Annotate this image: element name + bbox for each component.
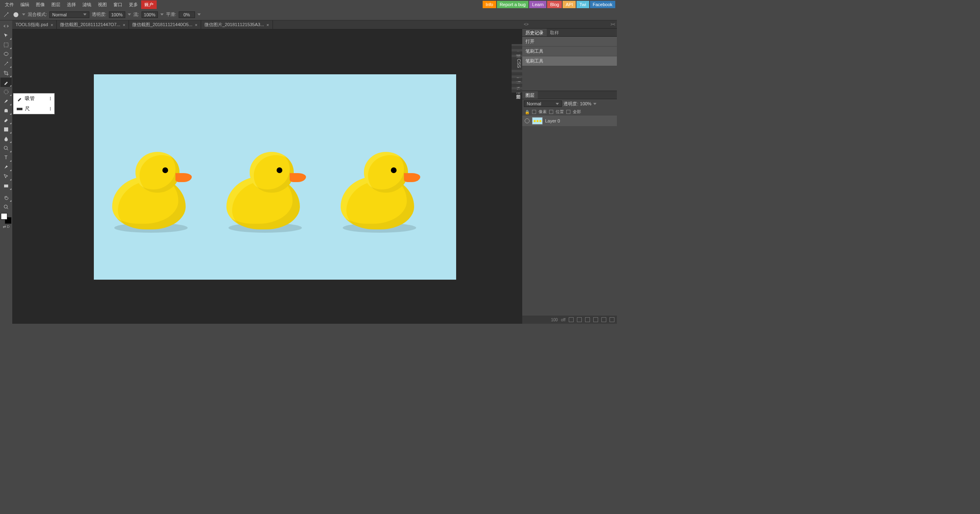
- opacity-value[interactable]: 100%: [109, 11, 125, 18]
- link-blog[interactable]: Blog: [547, 1, 562, 8]
- marquee-tool[interactable]: [0, 40, 12, 49]
- link-facebook[interactable]: Facebook: [590, 1, 615, 8]
- history-item[interactable]: 笔刷工具: [522, 56, 617, 66]
- blend-label: 混合模式:: [28, 11, 47, 18]
- sidetab-css[interactable]: CSS: [512, 57, 522, 70]
- close-icon[interactable]: ×: [266, 22, 269, 27]
- layer-row[interactable]: Layer 0: [522, 116, 617, 126]
- wand-tool[interactable]: [0, 59, 12, 68]
- menu-more[interactable]: 更多: [126, 0, 141, 9]
- link-twitter[interactable]: Twi: [576, 1, 589, 8]
- history-item[interactable]: 笔刷工具: [522, 47, 617, 56]
- blend-mode-select[interactable]: Normal: [49, 11, 89, 18]
- tab-1[interactable]: 微信截图_201811121447O7...×: [57, 20, 129, 29]
- layer-blend-select[interactable]: Normal: [524, 100, 562, 107]
- collapsed-panels: 信息 属性 CSS 笔刷 字符 段落 图层管: [512, 44, 522, 93]
- tab-2[interactable]: 微信截图_201811121440O5...×: [129, 20, 201, 29]
- tab-history[interactable]: 历史记录: [522, 29, 547, 36]
- flow-dropdown-icon[interactable]: [160, 13, 164, 16]
- mask-icon[interactable]: [569, 317, 574, 322]
- tab-layers[interactable]: 图层: [522, 91, 538, 99]
- layer-name[interactable]: Layer 0: [545, 118, 560, 123]
- menu-select[interactable]: 选择: [64, 0, 79, 9]
- folder-icon[interactable]: [593, 317, 598, 322]
- menu-account[interactable]: 账户: [141, 0, 157, 9]
- lock-all-checkbox[interactable]: [566, 110, 570, 114]
- gradient-tool[interactable]: [0, 125, 12, 134]
- toolbar: T ⇄ D: [0, 20, 12, 324]
- visibility-icon[interactable]: [525, 118, 530, 123]
- tab-0[interactable]: TOOLS指南.psd×: [12, 20, 57, 29]
- close-icon[interactable]: ×: [123, 22, 125, 27]
- color-swatches[interactable]: [1, 213, 11, 224]
- link-learn[interactable]: Learn: [529, 1, 546, 8]
- sidetab-info[interactable]: 信息: [512, 46, 522, 49]
- history-item[interactable]: 打开: [522, 37, 617, 47]
- flyout-eyedropper[interactable]: 吸管I: [13, 93, 54, 104]
- new-layer-icon[interactable]: [601, 317, 606, 322]
- sidetab-brush[interactable]: 笔刷: [512, 72, 522, 76]
- clone-tool[interactable]: [0, 106, 12, 115]
- menu-file[interactable]: 文件: [2, 0, 17, 9]
- spot-heal-tool[interactable]: [0, 87, 12, 96]
- brush-tool[interactable]: [0, 96, 12, 106]
- lock-icon: 🔒: [525, 110, 530, 114]
- shape-tool[interactable]: [0, 181, 12, 190]
- flow-value[interactable]: 100%: [142, 11, 158, 18]
- lock-row: 🔒 像素 位置 全部: [522, 108, 617, 116]
- smooth-value[interactable]: 0%: [179, 11, 195, 18]
- collapse-icon[interactable]: [0, 21, 12, 31]
- trash-icon[interactable]: [610, 317, 614, 322]
- layer-opacity-value[interactable]: 100%: [580, 101, 592, 106]
- footer-pct: 100: [551, 318, 558, 322]
- svg-rect-9: [17, 108, 22, 110]
- lasso-tool[interactable]: [0, 49, 12, 59]
- swap-colors-icon[interactable]: ⇄ D: [0, 224, 12, 229]
- flyout-ruler[interactable]: 尺I: [13, 104, 54, 114]
- zoom-tool[interactable]: [0, 202, 12, 211]
- sidetab-char[interactable]: 字符: [512, 78, 522, 81]
- move-tool[interactable]: [0, 31, 12, 40]
- menu-window[interactable]: 窗口: [110, 0, 126, 9]
- menu-image[interactable]: 图像: [33, 0, 48, 9]
- brush-size-icon[interactable]: [12, 11, 20, 18]
- crop-tool[interactable]: [0, 68, 12, 78]
- blur-tool[interactable]: [0, 134, 12, 143]
- brush-size-dropdown-icon[interactable]: [22, 13, 25, 16]
- link-info[interactable]: Info: [483, 1, 496, 8]
- panel-grip[interactable]: <>><: [522, 20, 617, 29]
- link-api[interactable]: API: [563, 1, 576, 8]
- menu-edit[interactable]: 编辑: [17, 0, 33, 9]
- lock-pixels-checkbox[interactable]: [532, 110, 536, 114]
- menu-layer[interactable]: 图层: [48, 0, 64, 9]
- dodge-tool[interactable]: [0, 143, 12, 153]
- sidetab-props[interactable]: 属性: [512, 51, 522, 55]
- fx-icon[interactable]: [577, 317, 582, 322]
- menu-filter[interactable]: 滤镜: [79, 0, 95, 9]
- layer-opacity-dropdown-icon[interactable]: [593, 103, 596, 105]
- eraser-tool[interactable]: [0, 115, 12, 125]
- hand-tool[interactable]: [0, 193, 12, 202]
- smooth-dropdown-icon[interactable]: [197, 13, 201, 16]
- type-tool[interactable]: T: [0, 153, 12, 162]
- adjust-icon[interactable]: [585, 317, 590, 322]
- footer-off: off: [561, 318, 565, 322]
- canvas[interactable]: [94, 74, 456, 280]
- foreground-color-icon[interactable]: [1, 213, 7, 220]
- menu-view[interactable]: 视图: [95, 0, 110, 9]
- opacity-dropdown-icon[interactable]: [128, 13, 131, 16]
- pen-tool[interactable]: [0, 162, 12, 171]
- tab-swatches[interactable]: 取样: [547, 29, 562, 36]
- link-report-bug[interactable]: Report a bug: [497, 1, 529, 8]
- layer-thumbnail[interactable]: [532, 117, 543, 125]
- path-select-tool[interactable]: [0, 171, 12, 181]
- eyedropper-tool[interactable]: [0, 78, 12, 87]
- svg-text:T: T: [4, 155, 8, 160]
- sidetab-para[interactable]: 段落: [512, 84, 522, 87]
- close-icon[interactable]: ×: [51, 22, 53, 27]
- canvas-area[interactable]: [12, 29, 522, 324]
- sidetab-layercomp[interactable]: 图层管: [512, 89, 522, 93]
- tab-3[interactable]: 微信图片_201811121535A3...×: [201, 20, 273, 29]
- lock-position-checkbox[interactable]: [549, 110, 553, 114]
- close-icon[interactable]: ×: [195, 22, 197, 27]
